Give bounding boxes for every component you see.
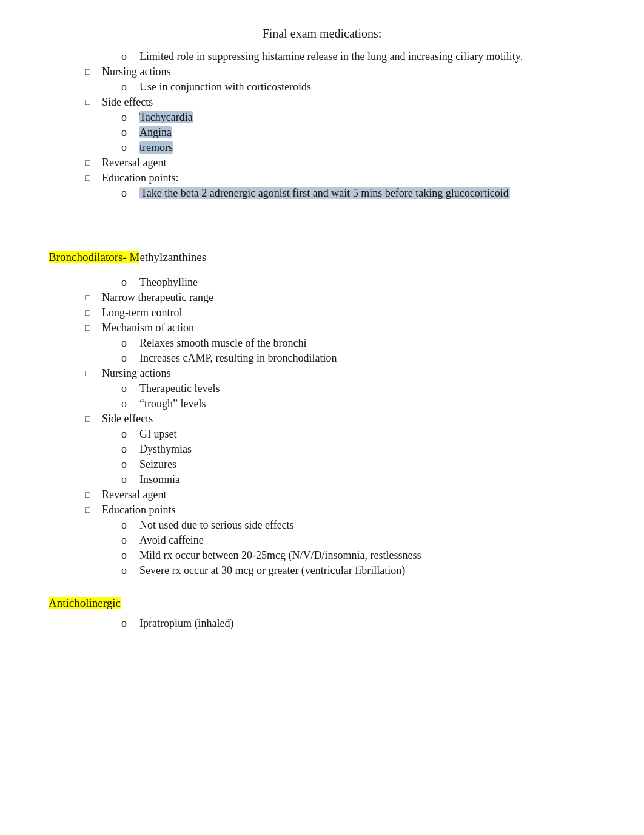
nursing-actions-top: □ Nursing actions: [49, 66, 595, 78]
education-points-top-text1: Take the beta 2 adrenergic agonist first…: [139, 187, 595, 200]
moa-text2: Increases cAMP, resulting in bronchodila…: [139, 352, 595, 365]
narrow-therapeutic: □ Narrow therapeutic range: [49, 291, 595, 304]
bullet-o: o: [121, 126, 139, 139]
reversal-agent-methyl-label: Reversal agent: [102, 488, 595, 501]
long-term-control-label: Long-term control: [102, 306, 595, 319]
trough-levels-text: “trough” levels: [139, 397, 595, 410]
side-effects-top-text1: Tachycardia: [139, 111, 595, 124]
ep-methyl-text4: Severe rx occur at 30 mcg or greater (ve…: [139, 564, 595, 577]
bullet-o: o: [121, 187, 139, 200]
nursing-actions-methyl-sub1: o Therapeutic levels: [49, 382, 595, 395]
bullet-sym: □: [85, 96, 102, 107]
se-methyl-text4: Insomnia: [139, 473, 595, 486]
bullet-o: o: [121, 397, 139, 410]
se-methyl-text2: Dysthymias: [139, 443, 595, 456]
bullet-sym: □: [85, 413, 102, 424]
bullet-o: o: [121, 337, 139, 350]
bullet-sym: □: [85, 291, 102, 303]
reversal-agent-top-label: Reversal agent: [102, 157, 595, 169]
bullet-o: o: [121, 81, 139, 93]
intro-text: Limited role in suppressing histamine re…: [139, 50, 595, 63]
education-points-methyl-label: Education points: [102, 504, 595, 516]
bullet-sym: □: [85, 322, 102, 333]
highlight-angina: Angina: [139, 126, 172, 138]
education-points-methyl: □ Education points: [49, 504, 595, 516]
bullet-sym: □: [85, 504, 102, 515]
theophylline-sub: o Theophylline: [49, 276, 595, 289]
side-effects-methyl: □ Side effects: [49, 413, 595, 425]
page-title: Final exam medications:: [49, 27, 595, 41]
mechanism-of-action-label: Mechanism of action: [102, 322, 595, 334]
highlight-anticholinergic: Anticholinergic: [49, 597, 121, 609]
bullet-sym: □: [85, 157, 102, 168]
se-methyl-sub3: o Seizures: [49, 458, 595, 471]
education-points-top: □ Education points:: [49, 172, 595, 184]
bullet-o: o: [121, 549, 139, 562]
nursing-actions-top-label: Nursing actions: [102, 66, 595, 78]
side-effects-top-sub1: o Tachycardia: [49, 111, 595, 124]
nursing-actions-methyl-label: Nursing actions: [102, 367, 595, 380]
ep-methyl-sub1: o Not used due to serious side effects: [49, 519, 595, 532]
highlight-tremors: tremors: [139, 141, 173, 154]
ipratropium-sub: o Ipratropium (inhaled): [49, 617, 595, 630]
nursing-actions-top-text1: Use in conjunction with corticosteroids: [139, 81, 595, 93]
bullet-o: o: [121, 443, 139, 456]
se-methyl-text1: GI upset: [139, 428, 595, 441]
theophylline-text: Theophylline: [139, 276, 595, 289]
ep-methyl-text2: Avoid caffeine: [139, 534, 595, 547]
side-effects-top: □ Side effects: [49, 96, 595, 109]
ep-methyl-text1: Not used due to serious side effects: [139, 519, 595, 532]
se-methyl-text3: Seizures: [139, 458, 595, 471]
bullet-sym: □: [85, 306, 102, 318]
bullet-o: o: [121, 141, 139, 154]
bullet-o: o: [121, 473, 139, 486]
se-methyl-sub2: o Dysthymias: [49, 443, 595, 456]
narrow-therapeutic-label: Narrow therapeutic range: [102, 291, 595, 304]
side-effects-top-label: Side effects: [102, 96, 595, 109]
se-methyl-sub4: o Insomnia: [49, 473, 595, 486]
bullet-o: o: [121, 564, 139, 577]
nursing-actions-methyl-sub2: o “trough” levels: [49, 397, 595, 410]
se-methyl-sub1: o GI upset: [49, 428, 595, 441]
bullet-o: o: [121, 519, 139, 532]
side-effects-methyl-label: Side effects: [102, 413, 595, 425]
ep-methyl-sub3: o Mild rx occur between 20-25mcg (N/V/D/…: [49, 549, 595, 562]
bullet-o: o: [121, 352, 139, 365]
reversal-agent-methyl: □ Reversal agent: [49, 488, 595, 501]
moa-sub2: o Increases cAMP, resulting in bronchodi…: [49, 352, 595, 365]
bullet-o: o: [121, 50, 139, 63]
highlight-education-top: Take the beta 2 adrenergic agonist first…: [139, 187, 510, 199]
bullet-o: o: [121, 382, 139, 395]
nursing-actions-methyl: □ Nursing actions: [49, 367, 595, 380]
bullet-o: o: [121, 617, 139, 630]
intro-sub-item: o Limited role in suppressing histamine …: [49, 50, 595, 63]
bullet-sym: □: [85, 488, 102, 500]
bullet-o: o: [121, 534, 139, 547]
methylxanthines-heading: Bronchodilators- Methylzanthines: [49, 251, 595, 264]
highlight-broncho: Bronchodilators- M: [49, 251, 139, 263]
bullet-o: o: [121, 111, 139, 124]
education-points-top-label: Education points:: [102, 172, 595, 184]
therapeutic-levels-text: Therapeutic levels: [139, 382, 595, 395]
highlight-tachycardia: Tachycardia: [139, 111, 193, 123]
long-term-control: □ Long-term control: [49, 306, 595, 319]
reversal-agent-top: □ Reversal agent: [49, 157, 595, 169]
side-effects-top-sub3: o tremors: [49, 141, 595, 154]
bullet-o: o: [121, 458, 139, 471]
moa-sub1: o Relaxes smooth muscle of the bronchi: [49, 337, 595, 350]
education-points-top-sub1: o Take the beta 2 adrenergic agonist fir…: [49, 187, 595, 200]
bullet-sym: □: [85, 66, 102, 77]
nursing-actions-top-sub1: o Use in conjunction with corticosteroid…: [49, 81, 595, 93]
ep-methyl-sub4: o Severe rx occur at 30 mcg or greater (…: [49, 564, 595, 577]
bullet-o: o: [121, 428, 139, 441]
bullet-sym: □: [85, 367, 102, 379]
bullet-o: o: [121, 276, 139, 289]
moa-text1: Relaxes smooth muscle of the bronchi: [139, 337, 595, 350]
side-effects-top-text2: Angina: [139, 126, 595, 139]
ep-methyl-sub2: o Avoid caffeine: [49, 534, 595, 547]
anticholinergic-heading: Anticholinergic: [49, 597, 595, 610]
mechanism-of-action: □ Mechanism of action: [49, 322, 595, 334]
side-effects-top-text3: tremors: [139, 141, 595, 154]
bullet-sym: □: [85, 172, 102, 183]
content-area: Final exam medications: o Limited role i…: [49, 27, 595, 630]
